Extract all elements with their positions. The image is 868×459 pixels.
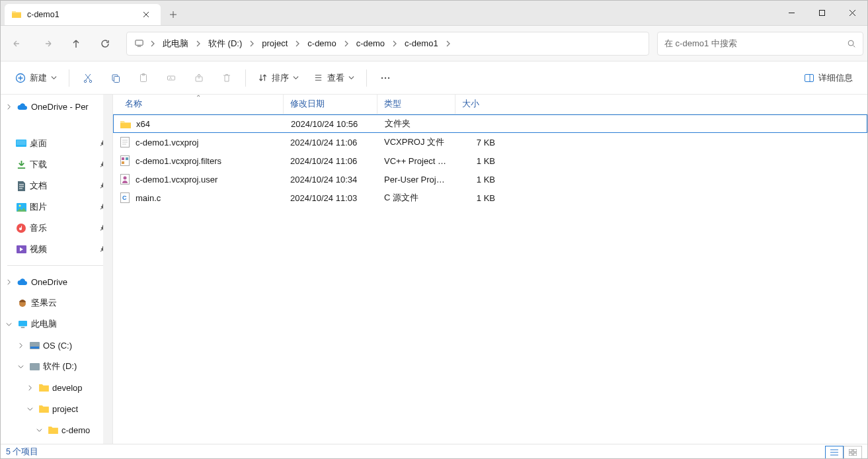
svg-rect-1: [135, 40, 142, 46]
sidebar-item-pictures[interactable]: 图片: [1, 196, 112, 218]
view-list-icon: [313, 73, 323, 83]
breadcrumb-this-pc[interactable]: 此电脑: [157, 35, 194, 52]
refresh-button[interactable]: [92, 32, 118, 56]
sidebar-item-downloads[interactable]: 下载: [1, 154, 112, 175]
sidebar-item-software-d[interactable]: 软件 (D:): [1, 356, 112, 377]
cut-button[interactable]: [75, 67, 101, 89]
maximize-button[interactable]: [807, 0, 837, 25]
file-date: 2024/10/24 11:06: [284, 138, 377, 147]
file-row[interactable]: c-demo1.vcxproj.filters2024/10/24 11:06V…: [113, 151, 867, 170]
back-button[interactable]: [5, 32, 31, 56]
sidebar-item-documents[interactable]: 文档: [1, 175, 112, 196]
user-icon: [120, 174, 130, 185]
new-button[interactable]: 新建: [9, 67, 63, 89]
column-date[interactable]: 修改日期: [284, 95, 377, 114]
copy-button[interactable]: [102, 67, 129, 89]
chevron-down-icon[interactable]: [15, 364, 26, 370]
new-tab-button[interactable]: [161, 4, 186, 25]
filters-icon: [120, 155, 130, 166]
chevron-right-icon[interactable]: [3, 104, 14, 110]
rename-button[interactable]: A: [158, 67, 184, 89]
chevron-right-icon[interactable]: [15, 343, 26, 349]
file-icon: [120, 137, 130, 147]
file-name: c-demo1.vcxproj.user: [136, 175, 217, 185]
sidebar-item-this-pc[interactable]: 此电脑: [1, 313, 112, 335]
svg-rect-32: [126, 157, 128, 160]
chevron-right-icon[interactable]: [342, 40, 351, 47]
forward-button[interactable]: [34, 32, 60, 56]
sidebar-item-onedrive[interactable]: OneDrive: [1, 271, 112, 292]
paste-button[interactable]: [130, 67, 157, 89]
sidebar-label: develop: [52, 383, 83, 393]
close-tab-button[interactable]: [138, 7, 154, 22]
sidebar-scrollbar[interactable]: [103, 95, 112, 444]
svg-rect-31: [122, 157, 124, 160]
column-size[interactable]: 大小: [455, 95, 504, 114]
share-button[interactable]: [186, 67, 212, 89]
sort-button[interactable]: 排序: [251, 67, 305, 89]
sidebar-item-nutcloud[interactable]: 坚果云: [1, 292, 112, 313]
file-name: c-demo1.vcxproj.filters: [136, 156, 221, 166]
chevron-down-icon[interactable]: [34, 427, 44, 433]
details-pane-button[interactable]: 详细信息: [797, 67, 859, 89]
breadcrumb-project[interactable]: project: [256, 36, 293, 51]
sidebar-item-videos[interactable]: 视频: [1, 239, 112, 260]
file-size: 1 KB: [455, 156, 504, 166]
sidebar-item-music[interactable]: 音乐: [1, 218, 112, 239]
svg-rect-27: [30, 347, 39, 349]
close-window-button[interactable]: [837, 0, 867, 25]
column-label: 类型: [384, 99, 401, 110]
sidebar-item-project[interactable]: project: [1, 398, 112, 419]
chevron-right-icon[interactable]: [3, 279, 14, 285]
file-row[interactable]: c-demo1.vcxproj2024/10/24 11:06VCXPROJ 文…: [113, 133, 867, 151]
file-type: 文件夹: [378, 118, 456, 130]
view-button[interactable]: 查看: [307, 67, 361, 89]
titlebar-drag-area[interactable]: [186, 0, 776, 25]
sidebar-item-c-demo[interactable]: c-demo: [1, 419, 112, 440]
column-name[interactable]: ⌃ 名称: [113, 95, 284, 114]
breadcrumb-c-demo1[interactable]: c-demo1: [399, 36, 444, 51]
chevron-right-icon[interactable]: [194, 40, 203, 47]
svg-rect-28: [30, 363, 40, 370]
file-row[interactable]: c-demo1.vcxproj.user2024/10/24 10:34Per-…: [113, 170, 867, 188]
up-button[interactable]: [63, 32, 89, 56]
sidebar-item-os-c[interactable]: OS (C:): [1, 335, 112, 356]
search-input[interactable]: 在 c-demo1 中搜索: [657, 32, 863, 56]
chevron-right-icon[interactable]: [390, 40, 399, 47]
file-row[interactable]: Cmain.c2024/10/24 11:03C 源文件1 KB: [113, 188, 867, 207]
address-bar[interactable]: 此电脑 软件 (D:) project c-demo c-demo c-demo…: [126, 32, 649, 56]
svg-rect-7: [114, 76, 120, 82]
chevron-right-icon[interactable]: [148, 40, 157, 47]
delete-button[interactable]: [214, 67, 240, 89]
sidebar-item-onedrive-personal[interactable]: OneDrive - Per: [1, 96, 112, 117]
view-details-button[interactable]: [825, 446, 844, 459]
column-type[interactable]: 类型: [377, 95, 455, 114]
navigation-bar: 此电脑 软件 (D:) project c-demo c-demo c-demo…: [1, 26, 867, 62]
breadcrumb-c-demo-2[interactable]: c-demo: [351, 36, 390, 51]
drive-icon: [28, 339, 40, 351]
svg-point-20: [19, 204, 20, 206]
chevron-down-icon[interactable]: [3, 321, 14, 327]
svg-rect-25: [20, 327, 24, 328]
chevron-right-icon[interactable]: [293, 40, 302, 47]
breadcrumb-c-demo[interactable]: c-demo: [302, 36, 341, 51]
sidebar-item-develop[interactable]: develop: [1, 377, 112, 398]
chevron-right-icon[interactable]: [247, 40, 256, 47]
separator: [69, 69, 69, 87]
window-tab[interactable]: c-demo1: [5, 4, 161, 25]
chevron-right-icon[interactable]: [24, 385, 35, 391]
chevron-down-icon[interactable]: [24, 406, 35, 412]
view-icons-button[interactable]: [844, 446, 862, 459]
more-button[interactable]: [372, 67, 399, 89]
file-row[interactable]: x642024/10/24 10:56文件夹: [113, 114, 867, 133]
status-item-count: 5 个项目: [6, 446, 38, 458]
desktop-icon: [15, 138, 27, 149]
svg-point-13: [381, 77, 383, 78]
minimize-button[interactable]: [776, 0, 807, 25]
file-list: ⌃ 名称 修改日期 类型 大小 x642024/10/24 10:56文件夹c-…: [113, 95, 867, 444]
chevron-right-icon[interactable]: [444, 40, 453, 47]
breadcrumb-drive-d[interactable]: 软件 (D:): [203, 35, 247, 52]
sidebar-item-desktop[interactable]: 桌面: [1, 133, 112, 154]
sidebar-label: 桌面: [30, 138, 47, 149]
plus-circle-icon: [15, 73, 26, 83]
